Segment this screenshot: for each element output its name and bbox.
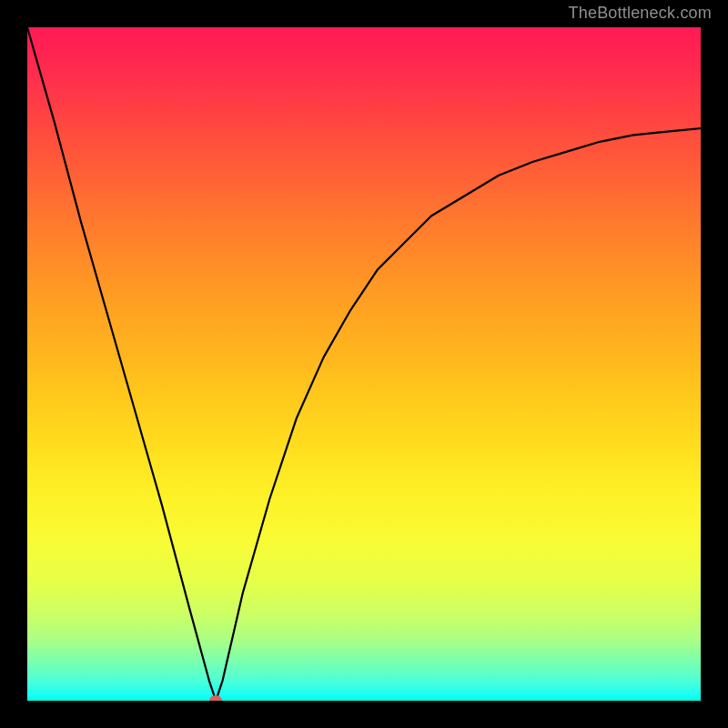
bottleneck-curve	[27, 27, 701, 701]
chart-container: TheBottleneck.com	[0, 0, 728, 728]
plot-area	[27, 27, 701, 701]
optimal-point-marker	[209, 695, 222, 701]
attribution-text: TheBottleneck.com	[569, 4, 712, 23]
